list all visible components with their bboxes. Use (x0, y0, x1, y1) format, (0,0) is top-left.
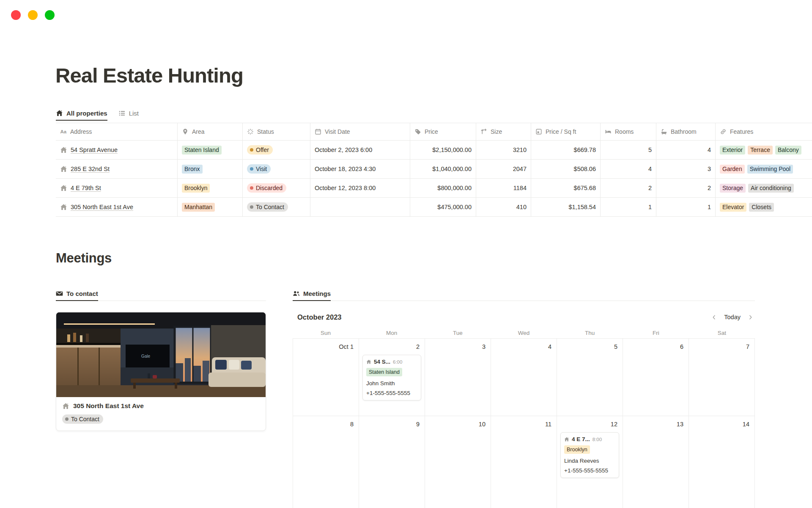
status-dot (250, 205, 253, 209)
meeting-event-card[interactable]: 4 E 7... 8:00 Brooklyn Linda Reeves +1-5… (560, 432, 619, 478)
address-cell[interactable]: 285 E 32nd St (56, 160, 178, 178)
calendar-cell[interactable]: 5 (557, 339, 623, 416)
bathroom-cell[interactable]: 1 (656, 198, 716, 216)
address-link[interactable]: 4 E 79th St (71, 185, 101, 191)
column-header-area[interactable]: Area (178, 123, 243, 140)
column-header-address[interactable]: Aa Address (56, 123, 178, 140)
previous-month-button[interactable] (711, 315, 717, 320)
calendar-cell[interactable]: 11 (491, 416, 557, 508)
bathroom-cell[interactable]: 4 (656, 141, 716, 159)
calendar-cell[interactable]: 4 (491, 339, 557, 416)
house-icon (60, 166, 67, 173)
price-cell[interactable]: $2,150,000.00 (410, 141, 476, 159)
status-cell[interactable]: Offer (243, 141, 310, 159)
price-sqft-cell[interactable]: $508.06 (531, 160, 601, 178)
status-cell[interactable]: To Contact (243, 198, 310, 216)
column-header-price-sqft[interactable]: Price / Sq ft (531, 123, 601, 140)
visit-date-cell[interactable]: October 18, 2023 4:30 (310, 160, 410, 178)
calendar-cell[interactable]: 8 (293, 416, 359, 508)
tab-to-contact[interactable]: To contact (56, 287, 98, 301)
tab-list[interactable]: List (118, 107, 139, 121)
calendar-cell[interactable]: 2 54 S... 6:00 Staten Island John Smith … (359, 339, 425, 416)
visit-date: October 12, 2023 8:00 (315, 185, 376, 191)
address-cell[interactable]: 54 Spratt Avenue (56, 141, 178, 159)
tab-all-properties[interactable]: All properties (56, 107, 107, 121)
property-card[interactable]: Gale 305 North East 1 (56, 312, 266, 431)
column-header-size[interactable]: Size (476, 123, 531, 140)
column-header-rooms[interactable]: Rooms (601, 123, 656, 140)
area-cell[interactable]: Bronx (178, 160, 243, 178)
rooms-cell[interactable]: 1 (601, 198, 656, 216)
event-title: 54 S... (374, 359, 390, 365)
event-contact-name: Linda Reeves (564, 458, 615, 464)
today-button[interactable]: Today (724, 314, 741, 320)
calendar-cell[interactable]: 9 (359, 416, 425, 508)
page-title[interactable]: Real Estate Hunting (55, 64, 243, 87)
column-header-price[interactable]: Price (410, 123, 476, 140)
tab-label: Meetings (303, 290, 331, 297)
address-link[interactable]: 54 Spratt Avenue (71, 146, 118, 153)
address-link[interactable]: 285 E 32nd St (71, 166, 110, 172)
price-sqft-cell[interactable]: $1,158.54 (531, 198, 601, 216)
scale-icon (535, 128, 542, 135)
column-header-visit-date[interactable]: Visit Date (310, 123, 410, 140)
zoom-window-button[interactable] (45, 10, 55, 20)
price-cell[interactable]: $800,000.00 (410, 179, 476, 197)
rooms-cell[interactable]: 2 (601, 179, 656, 197)
calendar-cell[interactable]: 3 (425, 339, 491, 416)
status-cell[interactable]: Discarded (243, 179, 310, 197)
bathroom-cell[interactable]: 2 (656, 179, 716, 197)
visit-date-cell[interactable] (310, 198, 410, 216)
status-spinner-icon (247, 128, 254, 135)
size-cell[interactable]: 1184 (476, 179, 531, 197)
calendar-nav: Today (711, 314, 753, 320)
visit-date-cell[interactable]: October 2, 2023 6:00 (310, 141, 410, 159)
calendar-cell[interactable]: 13 (623, 416, 689, 508)
calendar-cell[interactable]: 7 (689, 339, 755, 416)
calendar-cell[interactable]: 10 (425, 416, 491, 508)
column-header-features[interactable]: Features (716, 123, 812, 140)
feature-badge: Garden (720, 165, 745, 174)
address-cell[interactable]: 305 North East 1st Ave (56, 198, 178, 216)
size-cell[interactable]: 2047 (476, 160, 531, 178)
calendar-cell[interactable]: 12 4 E 7... 8:00 Brooklyn Linda Reeves +… (557, 416, 623, 508)
area-cell[interactable]: Brooklyn (178, 179, 243, 197)
visit-date-cell[interactable]: October 12, 2023 8:00 (310, 179, 410, 197)
area-cell[interactable]: Staten Island (178, 141, 243, 159)
column-header-bathroom[interactable]: Bathroom (656, 123, 716, 140)
close-window-button[interactable] (11, 10, 21, 20)
features-cell[interactable]: Elevator Closets (716, 198, 812, 216)
features-cell[interactable]: Garden Swimming Pool (716, 160, 812, 178)
features-cell[interactable]: Exterior Terrace Balcony (716, 141, 812, 159)
calendar-cell[interactable]: 6 (623, 339, 689, 416)
bathroom-cell[interactable]: 3 (656, 160, 716, 178)
size-cell[interactable]: 3210 (476, 141, 531, 159)
bed-icon (605, 128, 612, 135)
meeting-event-card[interactable]: 54 S... 6:00 Staten Island John Smith +1… (362, 355, 421, 400)
rooms-cell[interactable]: 4 (601, 160, 656, 178)
status-cell[interactable]: Visit (243, 160, 310, 178)
features-cell[interactable]: Storage Air conditioning (716, 179, 812, 197)
event-phone-link[interactable]: +1-555-555-5555 (564, 467, 615, 474)
tab-meetings[interactable]: Meetings (293, 287, 331, 301)
envelope-icon (56, 290, 63, 297)
column-header-status[interactable]: Status (243, 123, 310, 140)
price-cell[interactable]: $1,040,000.00 (410, 160, 476, 178)
address-cell[interactable]: 4 E 79th St (56, 179, 178, 197)
event-phone-link[interactable]: +1-555-555-5555 (366, 390, 417, 396)
address-link[interactable]: 305 North East 1st Ave (71, 204, 133, 210)
price-cell[interactable]: $475,000.00 (410, 198, 476, 216)
minimize-window-button[interactable] (28, 10, 38, 20)
calendar-cell[interactable]: Oct 1 (293, 339, 359, 416)
area-cell[interactable]: Manhattan (178, 198, 243, 216)
calendar-cell[interactable]: 14 (689, 416, 755, 508)
table-row: 305 North East 1st Ave Manhattan To Cont… (56, 198, 812, 217)
status-badge: Discarded (247, 183, 286, 193)
rooms-cell[interactable]: 5 (601, 141, 656, 159)
size-cell[interactable]: 410 (476, 198, 531, 216)
column-label: Rooms (615, 128, 634, 135)
next-month-button[interactable] (748, 315, 753, 320)
day-header: Fri (623, 330, 689, 336)
price-sqft-cell[interactable]: $669.78 (531, 141, 601, 159)
price-sqft-cell[interactable]: $675.68 (531, 179, 601, 197)
